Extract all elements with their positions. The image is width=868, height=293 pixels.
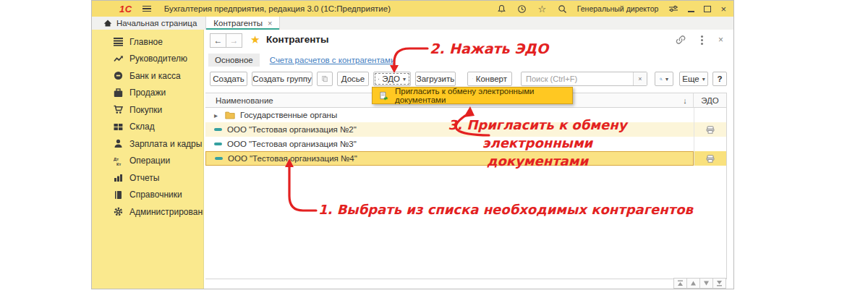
- help-button[interactable]: ?: [712, 72, 727, 86]
- sidebar-item-label: Администрирование: [129, 207, 212, 217]
- sidebar-item-reports[interactable]: Отчеты: [92, 169, 203, 187]
- debit-credit-icon: ДтКт: [114, 156, 123, 166]
- sidebar-item-warehouse[interactable]: Склад: [92, 119, 203, 136]
- expand-icon[interactable]: ▸: [214, 111, 220, 119]
- dossier-button-label: Досье: [341, 75, 365, 83]
- load-button-label: Загрузить: [417, 75, 455, 83]
- search-input[interactable]: [522, 72, 633, 85]
- more-menu-icon[interactable]: [701, 39, 703, 41]
- forward-button[interactable]: →: [226, 33, 242, 48]
- scroll-up-icon: [690, 280, 697, 286]
- scroll-to-bottom-button[interactable]: [713, 278, 726, 289]
- annotation-step2: 2. Нажать ЭДО: [430, 41, 548, 56]
- chevron-down-icon: ▾: [403, 76, 406, 82]
- load-button[interactable]: Загрузить: [415, 72, 456, 86]
- tab-close-icon[interactable]: ×: [268, 19, 272, 27]
- coin-icon: [114, 71, 123, 80]
- desktop-canvas: 1С Бухгалтерия предприятия, редакция 3.0…: [0, 0, 868, 293]
- row-edo-cell[interactable]: [694, 108, 726, 122]
- more-button-label: Еще: [682, 75, 699, 83]
- window-title: Бухгалтерия предприятия, редакция 3.0 (1…: [164, 4, 391, 13]
- section-main[interactable]: Основное: [208, 54, 260, 67]
- sidebar-item-administration[interactable]: Администрирование: [92, 203, 203, 221]
- scroll-to-top-button[interactable]: [673, 278, 687, 289]
- svg-text:Дт: Дт: [114, 156, 119, 161]
- notifications-bell-icon[interactable]: [496, 4, 507, 14]
- tabbar: Начальная страница Контрагенты ×: [92, 17, 733, 30]
- sidebar-item-label: Руководителю: [129, 54, 187, 64]
- gear-icon: [114, 207, 123, 216]
- sidebar-item-bank-cash[interactable]: Банк и касса: [92, 67, 203, 85]
- sidebar-item-directories[interactable]: Справочники: [92, 187, 203, 204]
- tab-home[interactable]: Начальная страница: [92, 17, 205, 30]
- sidebar-item-manager[interactable]: Руководителю: [92, 51, 203, 68]
- sidebar-item-label: Банк и касса: [129, 71, 181, 81]
- current-user-label[interactable]: Генеральный директор: [577, 4, 659, 13]
- edo-column-header[interactable]: ЭДО: [693, 93, 726, 107]
- sidebar-item-label: Операции: [129, 156, 170, 166]
- book-icon: [114, 190, 123, 200]
- form-close-icon[interactable]: ×: [718, 35, 723, 45]
- sidebar-item-salary-hr[interactable]: Зарплата и кадры: [92, 135, 203, 153]
- search-options-button[interactable]: ▾: [655, 72, 673, 86]
- invite-exchange-icon: [380, 91, 388, 101]
- sidebar: Главное Руководителю Банк и касса Продаж…: [92, 30, 203, 289]
- create-group-button-label: Создать группу: [252, 75, 311, 83]
- sort-descending-icon[interactable]: ↓: [677, 96, 693, 105]
- annotation-step1: 1. Выбрать из списка необходимых контраг…: [318, 202, 693, 217]
- copy-button[interactable]: [317, 72, 333, 86]
- row-edo-cell[interactable]: [694, 151, 726, 166]
- main-menu-icon[interactable]: [142, 6, 151, 12]
- envelope-button-label: Конверт: [476, 75, 507, 83]
- row-edo-cell[interactable]: [694, 122, 726, 137]
- sidebar-item-label: Справочники: [129, 190, 182, 200]
- scroll-top-icon: [677, 280, 684, 286]
- window-close-button[interactable]: ×: [720, 4, 726, 14]
- service-settings-icon[interactable]: [668, 4, 678, 14]
- favorite-star-icon[interactable]: ★: [250, 34, 260, 45]
- sidebar-item-purchases[interactable]: Покупки: [92, 101, 203, 119]
- tab-home-label: Начальная страница: [116, 19, 197, 27]
- sidebar-item-sales[interactable]: Продажи: [92, 85, 203, 102]
- edo-status-icon: [706, 155, 715, 163]
- home-icon: [103, 19, 112, 27]
- counterparty-dash-icon: [214, 128, 222, 131]
- folder-icon: [225, 111, 235, 119]
- create-button-label: Создать: [213, 75, 244, 83]
- search-icon: [660, 75, 663, 83]
- form-sections: Основное Счета расчетов с контрагентами: [208, 54, 395, 67]
- create-group-button[interactable]: Создать группу: [252, 72, 312, 86]
- list-scroll-buttons: [673, 278, 726, 289]
- search-clear-icon[interactable]: ×: [633, 72, 647, 85]
- edo-dropdown-menu-item[interactable]: Пригласить к обмену электронными докумен…: [372, 87, 573, 104]
- window-maximize-button[interactable]: [704, 6, 711, 12]
- sidebar-item-operations[interactable]: ДтКт Операции: [92, 153, 203, 170]
- scroll-down-button[interactable]: [700, 278, 713, 289]
- row-edo-cell[interactable]: [694, 137, 726, 151]
- sidebar-item-main[interactable]: Главное: [92, 33, 203, 51]
- back-button[interactable]: ←: [210, 33, 226, 48]
- tab-counterparties[interactable]: Контрагенты ×: [205, 17, 280, 30]
- envelope-button[interactable]: Конверт: [467, 72, 512, 86]
- favorites-star-icon[interactable]: ☆: [537, 4, 548, 14]
- scroll-up-button[interactable]: [687, 278, 700, 289]
- sidebar-item-label: Покупки: [129, 105, 162, 115]
- get-link-icon[interactable]: [676, 35, 686, 45]
- edo-button[interactable]: ЭДО ▾: [373, 72, 411, 86]
- history-icon[interactable]: [516, 4, 527, 14]
- global-search-icon[interactable]: [557, 4, 568, 14]
- sidebar-item-label: Отчеты: [129, 173, 159, 183]
- bar-chart-icon: [114, 173, 123, 182]
- dossier-button[interactable]: Досье: [337, 72, 369, 86]
- chevron-down-icon: ▾: [702, 76, 705, 82]
- settlement-accounts-link[interactable]: Счета расчетов с контрагентами: [270, 56, 396, 64]
- cart-icon: [114, 105, 123, 114]
- more-button[interactable]: Еще ▾: [679, 72, 708, 86]
- menu-lines-icon: [114, 37, 123, 46]
- form-header-icons: ×: [676, 35, 723, 45]
- window-minimize-button[interactable]: [688, 5, 694, 12]
- pallet-icon: [114, 122, 123, 132]
- trend-chart-icon: [114, 54, 123, 64]
- sidebar-item-label: Главное: [129, 37, 163, 47]
- create-button[interactable]: Создать: [210, 72, 247, 86]
